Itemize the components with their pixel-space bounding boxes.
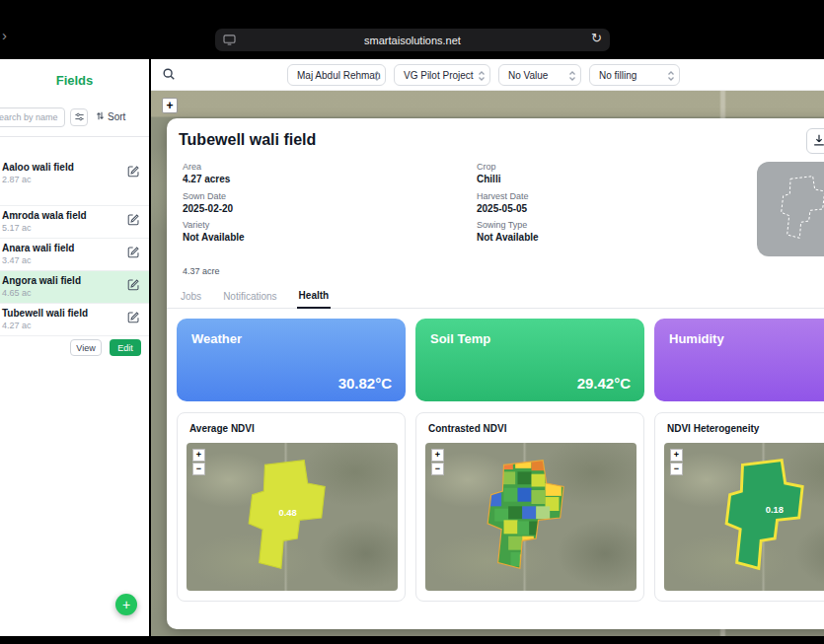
field-list-item[interactable]: Tubewell wali field 4.27 ac xyxy=(0,304,149,336)
updown-chevron-icon xyxy=(373,70,381,84)
contrasted-ndvi-polygon xyxy=(455,449,608,587)
info-crop: Crop Chilli xyxy=(477,162,674,184)
edit-field-icon[interactable] xyxy=(127,278,140,294)
sort-arrows-icon xyxy=(96,110,105,123)
sliders-icon xyxy=(74,110,85,125)
info-label: Variety xyxy=(183,220,380,230)
metric-title: Soil Temp xyxy=(430,331,490,346)
field-list-item[interactable]: Amroda wala field 5.17 ac xyxy=(0,206,149,239)
tab-jobs[interactable]: Jobs xyxy=(179,286,203,308)
updown-chevron-icon xyxy=(478,70,486,84)
field-boundary-preview xyxy=(757,162,824,256)
ndvi-zoom-out-button[interactable]: − xyxy=(192,463,205,475)
average-ndvi-card: Average NDVI + − 0.48 xyxy=(177,412,406,602)
field-outline-icon xyxy=(765,170,824,249)
sidebar-title: Fields xyxy=(0,73,149,88)
panel-title: Tubewell wali field xyxy=(179,131,316,149)
view-button[interactable]: View xyxy=(70,339,102,356)
ndvi-zoom-out-button[interactable]: − xyxy=(670,463,683,475)
edit-field-icon[interactable] xyxy=(127,165,140,180)
ndvi-card-title: Average NDVI xyxy=(189,423,255,434)
soil-temp-card[interactable]: Soil Temp 29.42°C xyxy=(415,319,644,401)
info-area: Area 4.27 acres xyxy=(183,162,380,184)
project-select[interactable]: VG Pilot Project xyxy=(394,64,490,86)
edit-field-icon[interactable] xyxy=(127,213,140,229)
sort-label: Sort xyxy=(108,111,125,122)
metric-cards: Weather 30.82°C Soil Temp 29.42°C Humidi… xyxy=(177,319,824,401)
ndvi-zoom-in-button[interactable]: + xyxy=(670,449,683,462)
field-name: Amroda wala field xyxy=(2,210,123,222)
info-label: Sowing Type xyxy=(477,220,674,230)
ndvi-zoom-in-button[interactable]: + xyxy=(192,449,205,462)
edit-field-icon[interactable] xyxy=(127,311,140,326)
ndvi-zoom-in-button[interactable]: + xyxy=(431,449,444,462)
user-select-value: Maj Abdul Rehman xyxy=(297,70,381,81)
sort-button[interactable]: Sort xyxy=(96,110,125,123)
info-label: Crop xyxy=(477,162,674,172)
value-filter-value: No Value xyxy=(508,70,548,81)
ndvi-value-label: 0.48 xyxy=(279,508,297,518)
info-sown-date: Sown Date 2025-02-20 xyxy=(183,191,380,214)
tab-health[interactable]: Health xyxy=(297,286,332,309)
info-value: 2025-02-20 xyxy=(183,203,380,214)
sidebar-search-row: Sort xyxy=(0,107,149,128)
info-value: Not Available xyxy=(183,232,380,243)
tab-notifications[interactable]: Notifications xyxy=(221,286,278,308)
weather-card[interactable]: Weather 30.82°C xyxy=(177,319,406,401)
heterogeneity-polygon: 0.18 xyxy=(694,449,824,587)
sidebar-collapse-chevron-icon[interactable]: › xyxy=(2,27,7,43)
divider xyxy=(0,136,149,137)
field-area: 3.47 ac xyxy=(2,255,123,266)
metric-value: 29.42°C xyxy=(577,375,631,392)
humidity-card[interactable]: Humidity xyxy=(654,319,824,401)
info-label: Area xyxy=(183,162,380,172)
user-select[interactable]: Maj Abdul Rehman xyxy=(287,64,386,86)
metric-title: Weather xyxy=(191,331,242,346)
contrasted-ndvi-map[interactable]: + − xyxy=(425,443,637,591)
field-name: Anara wali field xyxy=(2,243,123,254)
edit-button[interactable]: Edit xyxy=(110,339,141,356)
download-button[interactable] xyxy=(806,128,824,154)
add-field-button[interactable]: + xyxy=(115,594,137,615)
device-monitor-icon xyxy=(223,35,236,47)
ndvi-card-title: Contrasted NDVI xyxy=(428,423,506,434)
map-zoom-in-button[interactable]: + xyxy=(162,98,178,113)
field-name: Aaloo wali field xyxy=(2,162,123,174)
fields-sidebar: Fields Sort Aaloo wali field 2.87 ac xyxy=(0,59,149,636)
filter-button[interactable] xyxy=(70,108,88,126)
satellite-map[interactable]: + Tubewell wali field Area 4.27 acres Cr… xyxy=(151,91,824,636)
metric-title: Humidity xyxy=(669,331,724,346)
panel-tabs: Jobs Notifications Health xyxy=(167,286,824,309)
field-list-item-selected[interactable]: Angora wali field 4.65 ac xyxy=(0,271,149,304)
info-label: Harvest Date xyxy=(477,191,674,201)
info-value: 4.27 acres xyxy=(183,174,380,184)
info-label: Sown Date xyxy=(183,191,380,201)
field-area: 5.17 ac xyxy=(2,223,123,234)
info-value: Not Available xyxy=(477,232,674,243)
ndvi-zoom-out-button[interactable]: − xyxy=(431,463,444,475)
edit-field-icon[interactable] xyxy=(127,246,140,261)
search-icon[interactable] xyxy=(162,67,176,84)
ndvi-card-title: NDVI Heterogeneity xyxy=(667,423,759,434)
field-details-panel: Tubewell wali field Area 4.27 acres Crop… xyxy=(167,118,824,629)
reload-icon[interactable]: ↻ xyxy=(591,31,602,45)
url-text: smartaisolutions.net xyxy=(364,35,461,46)
filling-filter-select[interactable]: No filling xyxy=(589,64,680,86)
info-harvest-date: Harvest Date 2025-05-05 xyxy=(477,191,674,214)
field-list-item[interactable]: Anara wali field 3.47 ac xyxy=(0,239,149,271)
field-search-input[interactable] xyxy=(0,107,65,127)
list-action-buttons: View Edit xyxy=(70,339,141,356)
browser-address-bar[interactable]: smartaisolutions.net ↻ xyxy=(215,29,610,51)
average-ndvi-map[interactable]: + − 0.48 xyxy=(187,443,398,591)
field-list: Aaloo wali field 2.87 ac Amroda wala fie… xyxy=(0,158,149,336)
updown-chevron-icon xyxy=(667,70,675,84)
info-value: Chilli xyxy=(477,174,674,184)
field-area: 4.27 ac xyxy=(2,321,123,331)
field-area: 4.65 ac xyxy=(2,288,123,299)
contrasted-ndvi-card: Contrasted NDVI + − xyxy=(415,412,644,602)
ndvi-heterogeneity-map[interactable]: + − 0.18 xyxy=(664,443,824,591)
updown-chevron-icon xyxy=(568,70,576,84)
ndvi-cards: Average NDVI + − 0.48 Contrasted NDVI + xyxy=(177,412,824,602)
field-list-item[interactable]: Aaloo wali field 2.87 ac xyxy=(0,158,149,206)
value-filter-select[interactable]: No Value xyxy=(498,64,581,86)
